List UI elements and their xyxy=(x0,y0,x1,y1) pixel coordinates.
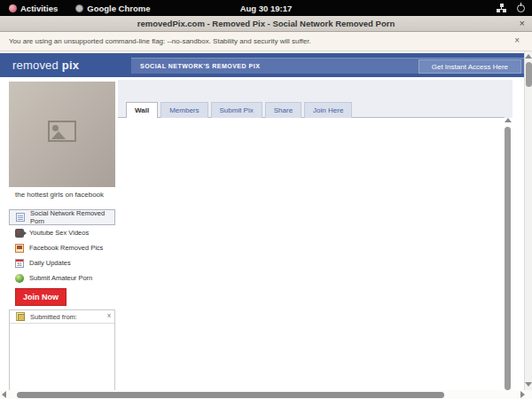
menu-item-removed-porn[interactable]: Social Network Removed Porn xyxy=(9,209,115,225)
menu-item-daily-updates[interactable]: Daily Updates xyxy=(9,255,115,270)
album-icon xyxy=(16,312,25,321)
page-inner-scrollbar[interactable] xyxy=(505,118,512,399)
tab-submit-pix[interactable]: Submit Pix xyxy=(211,102,262,118)
scroll-left-icon[interactable] xyxy=(2,391,6,398)
tab-members[interactable]: Members xyxy=(160,102,207,118)
submitted-from-title: Submitted from: xyxy=(30,313,77,321)
inner-scrollbar-thumb[interactable] xyxy=(505,127,511,390)
gnome-top-bar: Activities Google Chrome Aug 30 19:17 xyxy=(0,0,532,16)
window-scrollbar-thumb[interactable] xyxy=(526,62,532,87)
photo-icon xyxy=(15,244,24,253)
scroll-down-icon[interactable] xyxy=(525,382,532,387)
submitted-from-box: Submitted from: x xyxy=(9,309,115,399)
window-close-icon[interactable]: × xyxy=(520,18,525,28)
submitted-box-close-icon[interactable]: x xyxy=(107,311,111,319)
clock[interactable]: Aug 30 19:17 xyxy=(0,4,532,13)
join-now-button[interactable]: Join Now xyxy=(15,288,66,306)
scroll-right-icon[interactable] xyxy=(520,391,525,398)
video-icon xyxy=(15,229,24,238)
site-logo[interactable]: removed pix xyxy=(12,59,79,72)
sidebar: the hottest girls on facebook Social Net… xyxy=(9,82,115,399)
power-icon[interactable] xyxy=(517,4,525,12)
menu-item-removed-pics[interactable]: Facebook Removed Pics xyxy=(9,240,115,255)
desktop-screen: Activities Google Chrome Aug 30 19:17 re… xyxy=(0,0,532,399)
window-title-bar: removedPix.com - Removed Pix - Social Ne… xyxy=(0,16,532,32)
globe-icon xyxy=(15,274,24,283)
browser-viewport: removed pix SOCIAL NETWORK'S REMOVED PIX… xyxy=(0,51,524,399)
tab-wall[interactable]: Wall xyxy=(126,102,158,118)
horizontal-scrollbar[interactable] xyxy=(0,390,532,399)
menu-item-submit[interactable]: Submit Amateur Porn xyxy=(9,270,115,286)
scroll-up-icon[interactable] xyxy=(505,118,512,122)
profile-photo-placeholder xyxy=(9,82,115,187)
photo-caption: the hottest girls on facebook xyxy=(9,191,115,199)
get-access-button[interactable]: Get Instant Access Here xyxy=(419,59,521,74)
infobar-close-icon[interactable]: × xyxy=(514,35,520,45)
chrome-infobar: You are using an unsupported command-lin… xyxy=(0,32,532,51)
network-tree-icon[interactable] xyxy=(497,4,506,12)
header-banner-strip: SOCIAL NETWORK'S REMOVED PIX Get Instant… xyxy=(131,58,524,74)
sidebar-menu: Social Network Removed Porn Youtube Sex … xyxy=(9,209,115,286)
infobar-message: You are using an unsupported command-lin… xyxy=(9,37,311,45)
scroll-up-icon[interactable] xyxy=(525,54,532,59)
tab-share[interactable]: Share xyxy=(265,102,301,118)
window-title: removedPix.com - Removed Pix - Social Ne… xyxy=(137,19,395,28)
tab-join-here[interactable]: Join Here xyxy=(304,102,352,118)
window-scrollbar[interactable] xyxy=(524,51,532,390)
horizontal-scrollbar-thumb[interactable] xyxy=(17,392,444,398)
page-tabs: Wall Members Submit Pix Share Join Here xyxy=(126,102,352,118)
menu-item-youtube-videos[interactable]: Youtube Sex Videos xyxy=(9,225,115,240)
banner-title: SOCIAL NETWORK'S REMOVED PIX xyxy=(140,63,260,69)
site-header: removed pix SOCIAL NETWORK'S REMOVED PIX… xyxy=(0,53,524,77)
note-icon xyxy=(16,213,25,222)
image-placeholder-icon xyxy=(48,121,76,142)
calendar-icon xyxy=(15,259,24,268)
